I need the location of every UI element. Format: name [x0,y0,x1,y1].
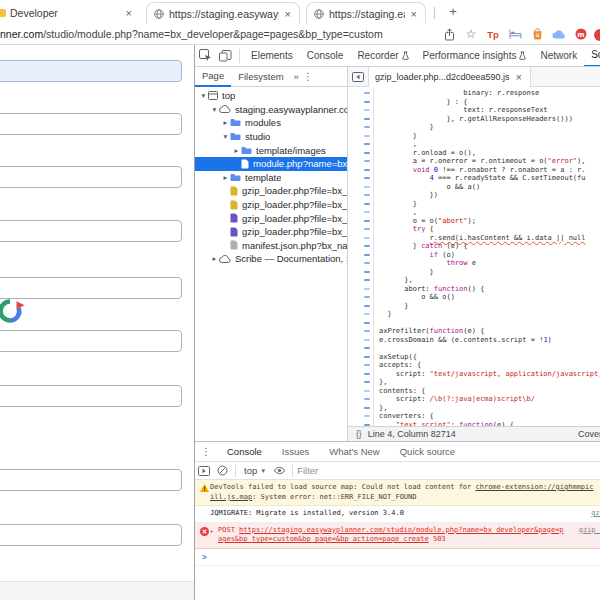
cloud-extension-icon[interactable] [548,26,570,42]
code-line: try { [379,225,600,234]
code-line: } [379,302,600,311]
code-editor[interactable]: binary: r.response } : { text: r.respons… [348,87,600,426]
gutter-mark [348,234,373,243]
tree-item[interactable]: gzip_loader.php?file=bx_templ_j [195,198,347,212]
drawer-menu-icon[interactable]: ⋮ [195,446,217,457]
drawer-tabs: ⋮ Console Issues What's New Quick source [195,442,600,462]
tab-title: https://staging.easywayplanner [329,8,405,20]
tab-sources[interactable]: Sources [584,45,600,67]
expander-open-icon[interactable]: ▾ [210,105,219,114]
console-link[interactable]: ages&bp_type=custom&bp_page=&bp_action=p… [218,535,429,543]
close-icon[interactable]: × [514,71,524,83]
gutter-mark [348,327,373,336]
tab-filesystem[interactable]: Filesystem [231,67,290,87]
tree-item[interactable]: ▸modules [195,116,347,130]
tree-item[interactable]: ▸template [195,171,347,185]
drawer-tab-whats-new[interactable]: What's New [319,442,389,462]
tab-page[interactable]: Page [195,67,231,87]
form-input[interactable] [0,166,182,188]
form-input[interactable] [0,469,182,491]
navigator-tabs: Page Filesystem » ⋮ [195,67,347,87]
clear-console-icon[interactable] [213,463,231,479]
expander-closed-icon[interactable]: ▸ [232,146,241,155]
address-bar[interactable]: nner.com/studio/module.php?name=bx_devel… [0,24,600,45]
toolbar-divider [239,49,240,63]
hide-navigator-icon[interactable] [348,67,368,87]
close-icon[interactable]: × [124,7,134,19]
tree-item[interactable]: module.php?name=bx_develo [195,157,347,171]
more-options-icon[interactable]: ⋮ [303,71,313,82]
console-source-link[interactable]: gzi [588,509,600,519]
hotel-extension-icon[interactable] [504,26,526,42]
console-prompt-icon[interactable]: > [199,553,210,563]
form-input[interactable] [0,220,182,242]
expander-open-icon[interactable]: ▾ [221,132,230,141]
browser-tab-staging-1[interactable]: https://staging.easywayplanner × [146,2,300,24]
console-link[interactable]: chrome-extension://gighmmpic [476,483,594,491]
tab-network[interactable]: Network [533,45,584,67]
expander-closed-icon[interactable]: ▸ [221,173,230,182]
url-text[interactable]: nner.com/studio/module.php?name=bx_devel… [0,28,438,40]
inspect-element-icon[interactable] [195,46,215,66]
close-icon[interactable]: × [409,8,419,20]
tab-console[interactable]: Console [300,45,351,67]
red-badge-extension-icon[interactable] [594,29,600,41]
browser-tab-strip: Developer × https://staging.easywayplann… [0,0,600,24]
tab-performance-insights[interactable]: Performance insights [416,45,534,67]
tree-item[interactable]: ▸template/images [195,143,347,157]
code-line: r.send(i.hasContent && i.data || null [379,234,600,243]
console-message-warning: DevTools failed to load source map: Coul… [195,480,600,506]
devtools-panel: Elements Console Recorder Performance in… [194,45,600,600]
tab-elements[interactable]: Elements [244,45,300,67]
tree-item[interactable]: ▾studio [195,130,347,144]
form-input[interactable] [0,330,182,352]
code-line: contents: { [379,387,600,396]
expand-triangle-icon[interactable]: ▸ [210,526,218,536]
m-badge-extension-icon[interactable]: m [570,26,592,42]
expander-closed-icon[interactable]: ▸ [210,254,219,263]
site-favicon [0,9,6,17]
console-link[interactable]: https://staging.easywayplanner.com/studi… [239,526,564,534]
tp-extension-icon[interactable]: Tp [482,26,504,42]
close-icon[interactable]: × [283,8,293,20]
live-expression-eye-icon[interactable] [270,463,288,479]
browser-tab-staging-2[interactable]: https://staging.easywayplanner × [306,2,426,24]
console-source-link[interactable]: gzip_l [576,526,600,536]
gutter-mark [348,395,373,404]
form-input[interactable] [0,277,182,299]
loading-logo-icon [0,298,28,324]
expander-closed-icon[interactable]: ▸ [221,118,230,127]
tree-item[interactable]: ▾staging.easywayplanner.com [195,103,347,117]
expander-open-icon[interactable]: ▾ [199,91,208,100]
context-selector[interactable]: top ▼ [240,465,270,476]
bookmark-star-icon[interactable]: ☆ [460,25,482,43]
drawer-tab-console[interactable]: Console [217,442,272,462]
new-tab-button[interactable]: + [444,3,462,21]
share-icon[interactable] [438,25,460,43]
form-input[interactable] [0,60,182,82]
tree-item[interactable]: manifest.json.php?bx_name=sta [195,239,347,253]
overflow-chevron-icon[interactable]: » [291,71,302,82]
console-link[interactable]: ill.js.map [210,493,252,501]
form-input[interactable] [0,113,182,135]
console-sidebar-icon[interactable] [195,463,213,479]
form-input[interactable] [0,385,182,407]
tree-item[interactable]: ▾top [195,89,347,103]
drawer-tab-quick-source[interactable]: Quick source [390,442,465,462]
bag-extension-icon[interactable]: a [526,26,548,42]
drawer-tab-issues[interactable]: Issues [272,442,319,462]
code-line: } [379,132,600,141]
tree-item[interactable]: gzip_loader.php?file=bx_templ_c [195,211,347,225]
coverage-status[interactable]: Covera [578,429,600,439]
tree-item[interactable]: ▸Scribe — Documentation, SOPs & [195,252,347,266]
code-line: r.onload = o(), [379,149,600,158]
form-input[interactable] [0,524,182,546]
device-toolbar-icon[interactable] [215,46,235,66]
tree-item[interactable]: gzip_loader.php?file=bx_templ_c [195,225,347,239]
editor-tab[interactable]: gzip_loader.php...d2cd0eea590.js × [368,67,531,87]
tab-recorder[interactable]: Recorder [350,45,415,67]
pretty-print-icon[interactable]: {} [348,429,368,439]
filter-input[interactable] [297,465,417,476]
tree-item[interactable]: gzip_loader.php?file=bx_templ_j [195,184,347,198]
browser-tab-developer[interactable]: Developer × [0,2,140,24]
